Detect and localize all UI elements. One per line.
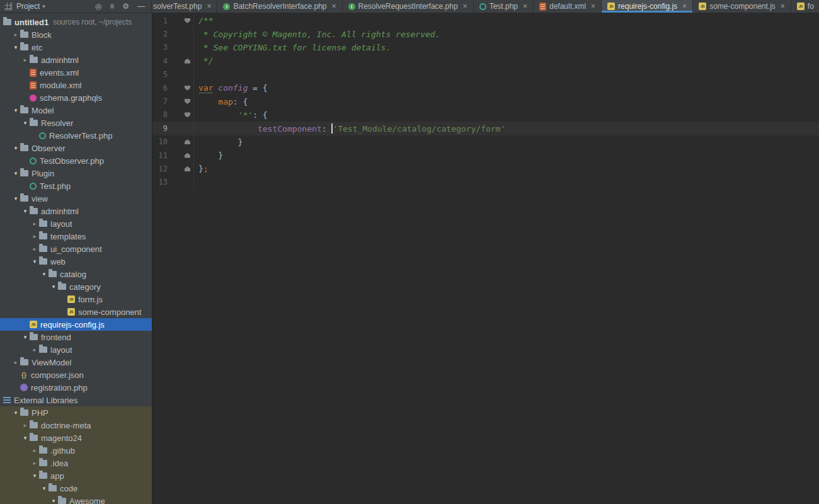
filter-icon[interactable]: ≡ bbox=[110, 0, 114, 13]
chevron-right-icon[interactable]: ▸ bbox=[31, 447, 38, 454]
tree-item-registration-php[interactable]: registration.php bbox=[0, 381, 152, 394]
chevron-right-icon[interactable]: ▸ bbox=[21, 57, 29, 63]
project-tree[interactable]: untitled1sources root, ~/projects▸Block▾… bbox=[0, 13, 152, 504]
chevron-down-icon[interactable]: ▾ bbox=[21, 120, 29, 126]
tree-item-test-php[interactable]: Test.php bbox=[0, 180, 152, 192]
line-number[interactable]: 8 bbox=[152, 110, 168, 119]
chevron-down-icon[interactable]: ▾ bbox=[31, 258, 38, 265]
chevron-right-icon[interactable]: ▸ bbox=[21, 422, 29, 428]
tree-item-some-component[interactable]: some-component bbox=[0, 306, 152, 318]
code-line-1[interactable]: 1/** bbox=[152, 14, 819, 27]
tab-close-icon[interactable]: × bbox=[331, 2, 336, 11]
line-number[interactable]: 12 bbox=[152, 164, 168, 173]
fold-down-icon[interactable] bbox=[185, 112, 190, 117]
chevron-right-icon[interactable]: ▸ bbox=[12, 359, 20, 365]
tree-item-resolvertest-php[interactable]: ResolverTest.php bbox=[0, 129, 152, 142]
fold-up-icon[interactable] bbox=[185, 139, 190, 144]
tab-requirejs-config.js[interactable]: requirejs-config.js× bbox=[602, 0, 693, 13]
line-number[interactable]: 5 bbox=[152, 70, 168, 79]
chevron-right-icon[interactable]: ▸ bbox=[12, 32, 20, 38]
line-number[interactable]: 2 bbox=[152, 30, 168, 38]
tree-item-block[interactable]: ▸Block bbox=[0, 28, 152, 41]
tree-item-magento24[interactable]: ▾magento24 bbox=[0, 432, 152, 444]
chevron-right-icon[interactable]: ▸ bbox=[31, 460, 38, 466]
code-line-6[interactable]: 6var config = { bbox=[152, 81, 819, 94]
project-selector[interactable]: Project ▾ bbox=[16, 2, 45, 11]
tree-item-templates[interactable]: ▸templates bbox=[0, 230, 152, 243]
line-number[interactable]: 11 bbox=[152, 151, 168, 160]
tab-Test.php[interactable]: Test.php× bbox=[474, 0, 534, 13]
tree-item-ui-component[interactable]: ▸ui_component bbox=[0, 243, 152, 255]
code-line-11[interactable]: 11 } bbox=[152, 149, 819, 162]
fold-up-icon[interactable] bbox=[185, 59, 190, 64]
tab-default.xml[interactable]: default.xml× bbox=[534, 0, 602, 13]
tree-item-layout[interactable]: ▸layout bbox=[0, 343, 152, 356]
tree-item-web[interactable]: ▾web bbox=[0, 255, 152, 268]
line-number[interactable]: 4 bbox=[152, 57, 168, 66]
tree-item-catalog[interactable]: ▾catalog bbox=[0, 268, 152, 280]
tree-item-adminhtml[interactable]: ▸adminhtml bbox=[0, 54, 152, 66]
tree-item-category[interactable]: ▾category bbox=[0, 280, 152, 293]
chevron-down-icon[interactable]: ▾ bbox=[12, 410, 20, 416]
tree-item-layout[interactable]: ▸layout bbox=[0, 217, 152, 230]
fold-down-icon[interactable] bbox=[185, 86, 190, 91]
line-number[interactable]: 3 bbox=[152, 43, 168, 52]
fold-down-icon[interactable] bbox=[185, 99, 190, 104]
line-number[interactable]: 9 bbox=[152, 124, 168, 133]
line-number[interactable]: 7 bbox=[152, 97, 168, 106]
tab-close-icon[interactable]: × bbox=[781, 2, 785, 11]
chevron-down-icon[interactable]: ▾ bbox=[31, 472, 38, 479]
tree-item-module-xml[interactable]: module.xml bbox=[0, 79, 152, 91]
chevron-right-icon[interactable]: ▸ bbox=[31, 246, 38, 252]
tree-item-resolver[interactable]: ▾Resolver bbox=[0, 117, 152, 129]
code-line-5[interactable]: 5 bbox=[152, 68, 819, 81]
tree-item-composer-json[interactable]: composer.json bbox=[0, 369, 152, 381]
tree-item-untitled1[interactable]: untitled1sources root, ~/projects bbox=[0, 16, 152, 28]
code-line-12[interactable]: 12}; bbox=[152, 162, 819, 175]
tree-item-observer[interactable]: ▾Observer bbox=[0, 142, 152, 154]
tree-item-doctrine-meta[interactable]: ▸doctrine-meta bbox=[0, 419, 152, 432]
tab-some-component.js[interactable]: some-component.js× bbox=[693, 0, 791, 13]
tab-fo[interactable]: fo bbox=[791, 0, 819, 13]
tree-item-app[interactable]: ▾app bbox=[0, 469, 152, 482]
code-line-13[interactable]: 13 bbox=[152, 176, 819, 189]
tree-item-plugin[interactable]: ▾Plugin bbox=[0, 167, 152, 180]
line-number[interactable]: 13 bbox=[152, 178, 168, 186]
chevron-down-icon[interactable]: ▾ bbox=[21, 208, 29, 214]
tab-close-icon[interactable]: × bbox=[523, 2, 527, 11]
chevron-down-icon[interactable]: ▾ bbox=[21, 435, 29, 441]
tab-close-icon[interactable]: × bbox=[207, 2, 211, 11]
tree-item-code[interactable]: ▾code bbox=[0, 482, 152, 495]
chevron-down-icon[interactable]: ▾ bbox=[12, 145, 20, 151]
tree-item-frontend[interactable]: ▾frontend bbox=[0, 331, 152, 343]
fold-up-icon[interactable] bbox=[185, 153, 190, 158]
code-line-4[interactable]: 4 */ bbox=[152, 54, 819, 67]
tab-ResolveRequestInterface.php[interactable]: ResolveRequestInterface.php× bbox=[343, 0, 474, 13]
tree-item--idea[interactable]: ▸.idea bbox=[0, 457, 152, 469]
tab-BatchResolverInterface.php[interactable]: BatchResolverInterface.php× bbox=[217, 0, 342, 13]
code-line-3[interactable]: 3 * See COPYING.txt for license details. bbox=[152, 41, 819, 54]
tree-item-viewmodel[interactable]: ▸ViewModel bbox=[0, 356, 152, 369]
tree-item--github[interactable]: ▸.github bbox=[0, 444, 152, 457]
fold-down-icon[interactable] bbox=[185, 18, 190, 23]
code-line-2[interactable]: 2 * Copyright © Magento, Inc. All rights… bbox=[152, 27, 819, 40]
tab-close-icon[interactable]: × bbox=[591, 2, 595, 11]
tree-item-adminhtml[interactable]: ▾adminhtml bbox=[0, 205, 152, 217]
tree-item-events-xml[interactable]: events.xml bbox=[0, 66, 152, 79]
chevron-down-icon[interactable]: ▾ bbox=[40, 485, 48, 491]
chevron-down-icon[interactable]: ▾ bbox=[40, 271, 48, 277]
project-tool-window-icon[interactable] bbox=[4, 3, 12, 10]
line-number[interactable]: 10 bbox=[152, 137, 168, 146]
tree-item-php[interactable]: ▾PHP bbox=[0, 406, 152, 419]
chevron-down-icon[interactable]: ▾ bbox=[21, 334, 29, 340]
fold-up-icon[interactable] bbox=[185, 166, 190, 171]
tree-item-testobserver-php[interactable]: TestObserver.php bbox=[0, 154, 152, 167]
chevron-right-icon[interactable]: ▸ bbox=[31, 346, 38, 353]
chevron-down-icon[interactable]: ▾ bbox=[12, 44, 20, 50]
code-line-7[interactable]: 7 map: { bbox=[152, 94, 819, 108]
gear-icon[interactable]: ⚙ bbox=[122, 0, 129, 13]
line-number[interactable]: 6 bbox=[152, 84, 168, 93]
tree-item-external-libraries[interactable]: External Libraries bbox=[0, 394, 152, 406]
tree-item-etc[interactable]: ▾etc bbox=[0, 41, 152, 54]
chevron-right-icon[interactable]: ▸ bbox=[31, 233, 38, 239]
